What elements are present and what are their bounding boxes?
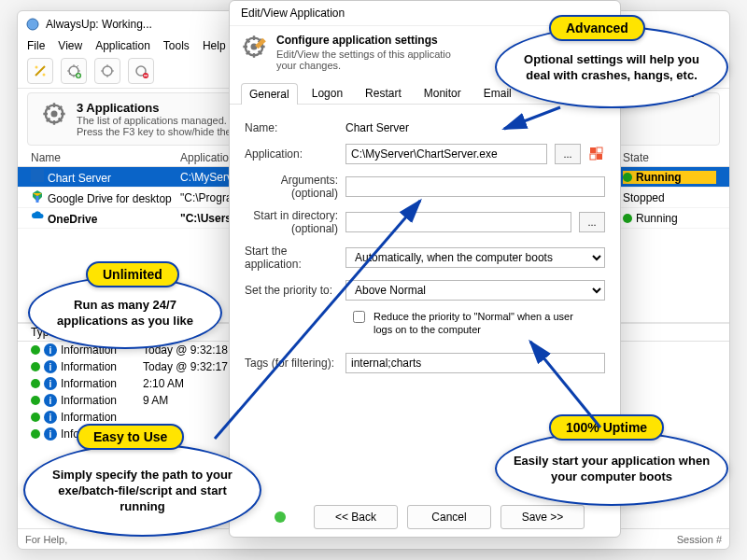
startapp-label: Start the application: [245,245,338,271]
add-app-button[interactable] [61,58,87,84]
tab-general[interactable]: General [241,83,298,105]
menu-tools[interactable]: Tools [163,39,190,52]
status-session: Session # [677,534,722,545]
pill-advanced: Advanced [549,15,645,41]
status-dot-icon [31,362,40,371]
row-app: "C:\Users [180,212,232,225]
svg-point-2 [43,74,46,77]
status-dot-icon [275,511,286,523]
tab-logon[interactable]: Logon [303,82,351,104]
arguments-input[interactable] [345,176,605,197]
col-state[interactable]: State [623,151,716,164]
summary-line2: Press the F3 key to show/hide the f [77,126,242,137]
pill-easy: Easy to Use [77,424,184,450]
row-name: OneDrive [48,213,97,226]
status-dot-icon [623,173,632,182]
row-state: Stopped [623,191,665,204]
dialog-buttons: << Back Cancel Save >> [230,505,620,529]
svg-point-9 [51,111,58,118]
svg-rect-10 [31,169,44,182]
menu-file[interactable]: File [27,39,45,52]
dialog-header-sub: Edit/View the settings of this applicati… [276,49,451,71]
app-row-icon [31,169,44,182]
app-icon [25,17,40,32]
back-button[interactable]: << Back [314,505,398,529]
startdir-label: Start in directory: (optional) [245,209,338,235]
status-dot-icon [31,429,40,439]
pill-uptime: 100% Uptime [549,414,664,441]
tab-monitor[interactable]: Monitor [416,82,470,104]
wizard-button[interactable] [27,58,53,84]
status-dot-icon [31,396,40,405]
status-dot-icon [623,214,632,223]
menu-view[interactable]: View [58,39,82,52]
info-icon: i [44,411,57,424]
svg-rect-16 [597,154,602,160]
name-value: Chart Server [345,121,605,134]
tab-restart[interactable]: Restart [357,82,410,104]
cancel-button[interactable]: Cancel [407,505,491,529]
gear-icon [241,34,267,60]
remove-app-button[interactable] [128,58,154,84]
arguments-label: Arguments: (optional) [245,174,338,200]
tags-label: Tags (for filtering): [245,357,338,370]
tags-input[interactable] [345,353,605,373]
application-input[interactable] [345,144,547,164]
row-state: Running [636,171,682,184]
browse-app-button[interactable]: ... [555,144,581,164]
status-dot-icon [31,413,40,422]
app-row-icon [31,210,44,223]
app-row-icon [31,189,44,203]
status-left: For Help, [25,534,67,545]
callout-easy: Simply specify the path to your exe/batc… [23,443,261,537]
svg-rect-15 [590,154,596,160]
application-label: Application: [245,147,338,161]
gear-icon [41,101,67,127]
dialog-header-title: Configure application settings [276,34,451,47]
info-icon: i [44,343,57,357]
info-icon: i [44,377,57,390]
reduce-priority-label: Reduce the priority to "Normal" when a u… [374,310,579,336]
browse-dir-button[interactable]: ... [579,212,605,232]
svg-rect-13 [590,147,596,153]
menu-help[interactable]: Help [203,39,226,52]
save-button[interactable]: Save >> [500,505,585,529]
svg-rect-14 [597,147,602,153]
info-icon: i [44,360,57,373]
start-app-select[interactable]: Automatically, when the computer boots [345,247,605,268]
summary-title: 3 Applications [77,101,242,115]
startdir-input[interactable] [345,212,571,232]
svg-point-1 [35,66,38,69]
pill-unlimited: Unlimited [86,261,179,287]
dialog-form: Name: Chart Server Application: ... Argu… [230,105,620,390]
row-name: Chart Server [48,172,111,185]
priority-label: Set the priority to: [245,284,338,297]
status-dot-icon [31,345,40,355]
info-icon: i [44,427,57,441]
callout-uptime: Easily start your application when your … [495,431,728,506]
status-dot-icon [31,379,40,388]
row-name: Google Drive for desktop [48,192,172,205]
window-title: AlwaysUp: Working... [46,18,152,31]
reduce-priority-checkbox[interactable] [353,311,365,323]
menu-application[interactable]: Application [95,39,150,52]
row-state: Running [636,212,678,225]
info-icon: i [44,394,57,407]
priority-select[interactable]: Above Normal [345,280,605,301]
col-name[interactable]: Name [31,151,180,164]
svg-point-5 [103,66,112,76]
name-label: Name: [245,121,338,134]
flag-icon[interactable] [588,146,605,162]
svg-point-0 [27,19,38,30]
edit-app-button[interactable] [94,58,120,84]
summary-line1: The list of applications managed. Us [77,115,242,126]
